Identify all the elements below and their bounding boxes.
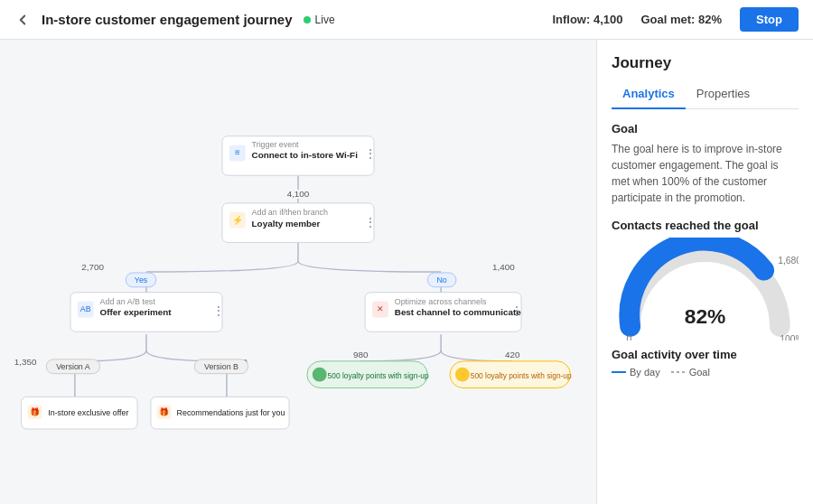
svg-text:Optimize across channels: Optimize across channels (395, 297, 487, 306)
svg-text:Version B: Version B (204, 362, 238, 371)
goal-section-title: Goal (612, 122, 799, 135)
legend-by-day: By day (612, 367, 660, 378)
right-panel: Journey Analytics Properties Goal The go… (596, 40, 813, 504)
svg-point-60 (455, 368, 470, 382)
journey-canvas[interactable]: ≡ Trigger event Connect to in-store Wi-F… (0, 40, 596, 504)
header: In-store customer engagement journey Liv… (0, 0, 813, 40)
tab-properties[interactable]: Properties (686, 81, 761, 109)
svg-text:Trigger event: Trigger event (252, 140, 299, 149)
svg-text:500 loyalty points with sign-u: 500 loyalty points with sign-up (471, 371, 572, 380)
svg-text:🎁: 🎁 (30, 406, 41, 417)
svg-text:100%: 100% (780, 334, 799, 341)
svg-text:≡: ≡ (235, 148, 240, 158)
svg-text:500 loyalty points with sign-u: 500 loyalty points with sign-up (328, 371, 429, 380)
live-dot (304, 16, 311, 23)
tab-analytics[interactable]: Analytics (612, 81, 686, 109)
svg-text:⋮: ⋮ (364, 215, 377, 229)
panel-title: Journey (612, 54, 799, 72)
svg-text:1,350: 1,350 (14, 357, 37, 367)
inflow-stat: Inflow: 4,100 (552, 13, 622, 26)
svg-text:82%: 82% (685, 304, 726, 328)
svg-text:⋮: ⋮ (510, 303, 523, 318)
live-status: Live (304, 14, 335, 26)
svg-text:1,400: 1,400 (492, 262, 515, 272)
svg-text:980: 980 (353, 350, 369, 359)
back-button[interactable] (14, 12, 31, 28)
svg-text:🎁: 🎁 (159, 406, 170, 417)
svg-text:⋮: ⋮ (212, 303, 225, 318)
svg-text:In-store exclusive offer: In-store exclusive offer (48, 408, 128, 417)
svg-text:420: 420 (505, 350, 520, 359)
goal-stat: Goal met: 82% (640, 13, 722, 26)
inflow-value: 4,100 (593, 13, 623, 26)
chart-legend: By day Goal (612, 367, 799, 378)
svg-text:Yes: Yes (135, 275, 148, 285)
contacts-section-title: Contacts reached the goal (612, 219, 799, 232)
legend-goal: Goal (671, 367, 710, 378)
svg-text:1,680: 1,680 (778, 256, 799, 266)
svg-text:AB: AB (80, 304, 91, 313)
svg-text:⚡: ⚡ (232, 214, 244, 226)
gauge-chart: 82% 0 1,680 100% (612, 238, 799, 344)
inflow-label: Inflow: (552, 13, 590, 26)
main-content: ≡ Trigger event Connect to in-store Wi-F… (0, 40, 813, 504)
legend-goal-line (671, 371, 686, 373)
live-label: Live (315, 14, 335, 26)
svg-text:Offer experiment: Offer experiment (100, 307, 173, 317)
svg-text:Loyalty member: Loyalty member (252, 219, 321, 229)
svg-text:Add an A/B test: Add an A/B test (100, 297, 156, 306)
svg-text:0: 0 (627, 334, 632, 341)
svg-text:4,100: 4,100 (287, 189, 310, 199)
svg-text:⋮: ⋮ (364, 146, 377, 161)
stop-button[interactable]: Stop (740, 7, 799, 32)
header-right: Inflow: 4,100 Goal met: 82% Stop (552, 7, 799, 32)
activity-chart: 100% 50% 0% Jun 15 Jun 30 Jul 15 Jul 30 … (612, 383, 799, 504)
svg-text:Version A: Version A (56, 362, 90, 371)
page-title: In-store customer engagement journey (42, 12, 293, 27)
legend-by-day-line (612, 371, 626, 373)
goal-section-text: The goal here is to improve in-store cus… (612, 141, 799, 206)
goal-label: Goal met: (640, 13, 695, 26)
svg-text:Best channel to communicate: Best channel to communicate (395, 307, 521, 317)
svg-point-57 (313, 368, 327, 382)
svg-text:✕: ✕ (377, 304, 384, 313)
svg-text:Connect to in-store Wi-Fi: Connect to in-store Wi-Fi (252, 150, 359, 160)
legend-by-day-label: By day (630, 367, 660, 378)
goal-value: 82% (698, 13, 722, 26)
panel-tabs: Analytics Properties (612, 81, 799, 109)
svg-text:2,700: 2,700 (81, 262, 104, 272)
svg-text:No: No (436, 275, 446, 285)
legend-goal-label: Goal (689, 367, 710, 378)
svg-text:Add an if/then branch: Add an if/then branch (252, 208, 328, 217)
svg-text:Recommendations just for you: Recommendations just for you (177, 408, 285, 417)
activity-title: Goal activity over time (612, 348, 799, 361)
